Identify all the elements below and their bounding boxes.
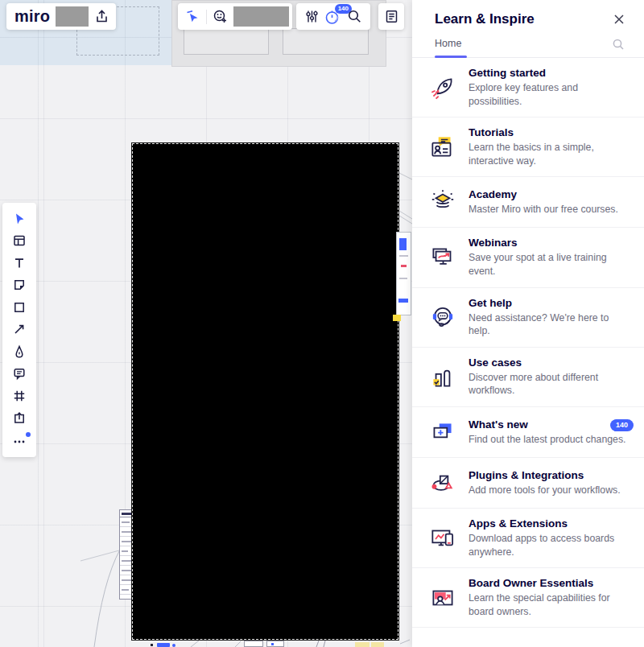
canvas-blue-chip[interactable] xyxy=(157,643,170,647)
participants-redacted[interactable] xyxy=(233,6,289,27)
canvas-subframe[interactable] xyxy=(283,28,369,55)
panel-tabs: Home xyxy=(412,27,644,58)
item-academy[interactable]: Academy Master Miro with our free course… xyxy=(412,177,644,228)
add-reaction-icon xyxy=(213,9,228,24)
facilitation-timer-button[interactable]: 140 xyxy=(324,7,343,27)
item-title: Webinars xyxy=(469,237,631,249)
tool-select[interactable] xyxy=(2,208,36,230)
search-button[interactable] xyxy=(345,7,365,27)
board-notes-button[interactable] xyxy=(382,7,401,27)
item-desc: Need assistance? We're here to help. xyxy=(469,311,631,338)
filters-button[interactable] xyxy=(302,7,321,27)
more-tools-notification-dot xyxy=(26,432,31,437)
export-icon xyxy=(94,9,109,24)
rocket-icon xyxy=(427,72,459,104)
notes-icon xyxy=(384,9,399,24)
item-title: Use cases xyxy=(469,356,631,369)
tab-home[interactable]: Home xyxy=(435,38,461,57)
item-desc: Find out the latest product changes. xyxy=(469,433,626,447)
board-header-card: miro xyxy=(6,3,116,30)
select-cursor-icon xyxy=(12,212,27,226)
board-canvas[interactable] xyxy=(0,0,412,647)
frame-icon xyxy=(12,389,27,403)
apps-extensions-icon xyxy=(427,522,459,554)
tool-upload[interactable] xyxy=(2,407,36,430)
tool-text[interactable] xyxy=(2,252,36,274)
canvas-subframe[interactable] xyxy=(184,28,269,55)
item-desc: Explore key features and possibilities. xyxy=(469,81,631,108)
item-tutorials[interactable]: Tutorials Learn the basics in a simple, … xyxy=(412,117,644,177)
tool-shapes[interactable] xyxy=(2,296,36,319)
notes-card xyxy=(378,3,404,30)
canvas-sticky-note[interactable] xyxy=(393,315,401,321)
shape-icon xyxy=(12,300,27,315)
item-title: Tutorials xyxy=(469,126,631,138)
view-toolbar: 140 xyxy=(296,3,370,30)
item-title: Apps & Extensions xyxy=(469,517,631,530)
panel-title: Learn & Inspire xyxy=(435,11,535,27)
search-icon xyxy=(347,9,362,24)
add-reaction-button[interactable] xyxy=(212,7,229,27)
follow-cursor-button[interactable] xyxy=(184,7,201,27)
item-use-cases[interactable]: Use cases Discover more about different … xyxy=(412,348,644,407)
tool-sticky-note[interactable] xyxy=(2,274,36,297)
get-help-icon xyxy=(427,301,459,333)
tab-home-label: Home xyxy=(435,38,461,49)
learn-inspire-panel: Learn & Inspire Home xyxy=(412,0,644,647)
tool-pen[interactable] xyxy=(2,340,36,363)
plugins-icon xyxy=(427,467,459,499)
webinars-icon xyxy=(427,241,459,274)
item-title: Getting started xyxy=(469,67,631,79)
canvas-mini-card[interactable] xyxy=(396,232,411,315)
tutorials-icon xyxy=(427,131,459,163)
toolbar-divider xyxy=(206,10,207,24)
tool-comment[interactable] xyxy=(2,363,36,385)
item-title: Get help xyxy=(469,297,631,309)
panel-header: Learn & Inspire xyxy=(412,0,644,27)
selected-black-object[interactable] xyxy=(132,143,398,640)
canvas-dot[interactable] xyxy=(151,644,153,646)
item-apps-extensions[interactable]: Apps & Extensions Download apps to acces… xyxy=(412,509,644,568)
connection-line-icon xyxy=(12,322,27,336)
search-icon xyxy=(612,38,625,51)
canvas-small-card[interactable] xyxy=(244,641,263,647)
text-icon xyxy=(12,256,27,270)
use-cases-icon xyxy=(427,361,459,393)
item-get-help[interactable]: Get help Need assistance? We're here to … xyxy=(412,288,644,348)
close-icon xyxy=(613,14,625,25)
more-dots-icon xyxy=(12,433,27,447)
pen-icon xyxy=(12,344,27,359)
tool-connection-line[interactable] xyxy=(2,319,36,341)
tool-templates[interactable] xyxy=(2,230,36,253)
panel-item-list: Getting started Explore key features and… xyxy=(412,58,644,628)
item-plugins-integrations[interactable]: Plugins & Integrations Add more tools fo… xyxy=(412,458,644,509)
tool-frame[interactable] xyxy=(2,385,36,407)
canvas-sticky-note[interactable] xyxy=(355,642,369,647)
miro-logo[interactable]: miro xyxy=(14,7,50,26)
canvas-blue-dot[interactable] xyxy=(172,644,175,647)
item-desc: Master Miro with our free courses. xyxy=(469,203,618,216)
item-getting-started[interactable]: Getting started Explore key features and… xyxy=(412,58,644,117)
item-desc: Save your spot at a live training event. xyxy=(469,251,631,278)
tool-more[interactable] xyxy=(2,429,36,451)
item-whats-new[interactable]: What's new Find out the latest product c… xyxy=(412,407,644,458)
follow-cursor-icon xyxy=(185,9,200,24)
comment-icon xyxy=(12,366,27,381)
miro-app: miro xyxy=(0,0,644,647)
board-name-redacted[interactable] xyxy=(56,6,89,27)
board-owner-icon xyxy=(427,582,459,614)
close-panel-button[interactable] xyxy=(612,12,626,27)
item-board-owner-essentials[interactable]: Board Owner Essentials Learn the special… xyxy=(412,568,644,628)
upload-icon xyxy=(12,410,27,425)
item-title: Plugins & Integrations xyxy=(469,469,621,481)
item-webinars[interactable]: Webinars Save your spot at a live traini… xyxy=(412,228,644,287)
item-title: What's new xyxy=(469,418,626,431)
canvas-small-card[interactable] xyxy=(266,641,284,647)
panel-search-button[interactable] xyxy=(612,38,625,57)
item-desc: Learn the special capabilities for board… xyxy=(469,591,631,618)
canvas-sticky-note[interactable] xyxy=(371,642,384,647)
export-button[interactable] xyxy=(94,7,109,27)
item-desc: Download apps to access boards anywhere. xyxy=(469,532,631,558)
whats-new-count-badge: 140 xyxy=(610,419,634,431)
academy-icon xyxy=(427,186,459,218)
